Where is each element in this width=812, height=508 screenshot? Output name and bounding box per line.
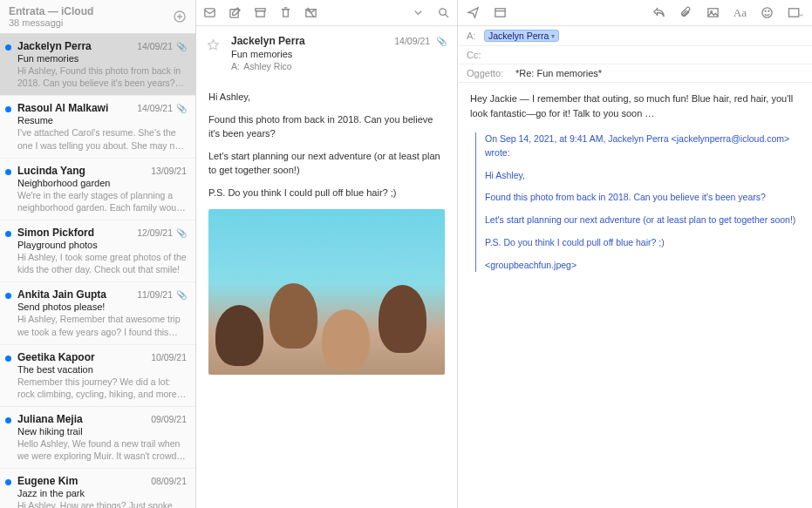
cc-field[interactable]: Cc:: [458, 46, 812, 64]
reading-toolbar: [196, 0, 457, 26]
message-list-pane: Entrata — iCloud 38 messaggi Jackelyn Pe…: [0, 0, 196, 508]
msg-preview: I've attached Carol's resume. She's the …: [17, 126, 187, 151]
mailbox-title: Entrata — iCloud: [9, 5, 93, 17]
compose-fields: A: Jackelyn Perra▾ Cc: Oggetto: *Re: Fun…: [458, 26, 812, 83]
quote-attachment: <groupbeachfun.jpeg>: [485, 259, 800, 273]
svg-rect-8: [708, 9, 718, 17]
paperclip-icon: 📎: [176, 42, 187, 51]
paperclip-icon: 📎: [176, 290, 187, 300]
compose-pane: Aa A: Jackelyn Perra▾ Cc: Oggetto: *Re: …: [458, 0, 812, 508]
compose-body[interactable]: Hey Jackie — I remember that outing, so …: [458, 83, 812, 508]
message-list[interactable]: Jackelyn Perra14/09/21📎Fun memoriesHi As…: [0, 34, 195, 508]
msg-date: 09/09/21: [151, 414, 187, 424]
emoji-icon[interactable]: [761, 6, 774, 19]
msg-sender: Rasoul Al Malkawi: [17, 102, 108, 114]
quote-line: Found this photo from back in 2018. Can …: [485, 191, 800, 205]
junk-icon[interactable]: [304, 6, 317, 19]
msg-subject: New hiking trail: [17, 426, 187, 437]
paperclip-icon: 📎: [436, 37, 447, 46]
paperclip-icon: 📎: [176, 104, 187, 113]
paperclip-icon[interactable]: [679, 6, 693, 19]
svg-point-11: [765, 10, 766, 11]
msg-sender: Jackelyn Perra: [17, 40, 92, 52]
reading-subject: Fun memories: [231, 49, 447, 59]
paperclip-icon: 📎: [176, 228, 187, 238]
message-item[interactable]: Rasoul Al Malkawi14/09/21📎ResumeI've att…: [0, 96, 195, 158]
msg-date: 10/09/21: [151, 352, 187, 362]
msg-date: 13/09/21: [151, 166, 187, 176]
reading-pane: Jackelyn Perra 14/09/21 📎 Fun memories A…: [196, 0, 458, 508]
photo-icon[interactable]: [706, 6, 720, 19]
message-item[interactable]: Jackelyn Perra14/09/21📎Fun memoriesHi As…: [0, 34, 195, 96]
reading-sender: Jackelyn Perra: [231, 35, 305, 47]
message-item[interactable]: Ankita Jain Gupta11/09/21📎Send photos pl…: [0, 282, 195, 344]
msg-sender: Juliana Mejia: [17, 413, 83, 425]
compose-text[interactable]: Hey Jackie — I remember that outing, so …: [470, 91, 800, 120]
msg-subject: The best vacation: [17, 364, 187, 375]
svg-point-10: [762, 8, 772, 17]
msg-date: 14/09/21📎: [137, 103, 187, 113]
msg-sender: Simon Pickford: [17, 227, 94, 239]
svg-rect-13: [789, 9, 799, 17]
reading-paragraph: Found this photo from back in 2018. Can …: [208, 113, 445, 141]
message-item[interactable]: Lucinda Yang13/09/21Neighborhood gardenW…: [0, 159, 195, 220]
msg-sender: Eugene Kim: [17, 475, 78, 487]
msg-preview: Hi Ashley, How are things? Just spoke wi…: [17, 499, 187, 508]
chevron-down-icon: ▾: [551, 32, 555, 40]
quote-line: Let's start planning our next adventure …: [485, 213, 800, 227]
subject-field[interactable]: Oggetto: *Re: Fun memories*: [458, 64, 812, 82]
quote-header: On Sep 14, 2021, at 9:41 AM, Jackelyn Pe…: [485, 132, 800, 160]
inbox-icon[interactable]: [203, 6, 216, 19]
to-field[interactable]: A: Jackelyn Perra▾: [458, 26, 812, 46]
svg-point-6: [440, 9, 447, 16]
svg-rect-4: [256, 11, 264, 17]
media-dropdown-icon[interactable]: [788, 6, 803, 19]
quoted-block: On Sep 14, 2021, at 9:41 AM, Jackelyn Pe…: [475, 132, 800, 272]
compose-icon[interactable]: [229, 6, 242, 19]
msg-subject: Jazz in the park: [17, 488, 187, 498]
msg-subject: Neighborhood garden: [17, 178, 187, 188]
reading-paragraph: P.S. Do you think I could pull off blue …: [208, 186, 445, 200]
message-item[interactable]: Simon Pickford12/09/21📎Playground photos…: [0, 220, 195, 282]
msg-preview: Remember this journey? We did a lot: roc…: [17, 376, 187, 400]
msg-preview: Hi Ashley, Remember that awesome trip we…: [17, 313, 187, 337]
attached-photo[interactable]: [208, 209, 445, 375]
msg-preview: We're in the early stages of planning a …: [17, 189, 187, 213]
reading-body: Hi Ashley, Found this photo from back in…: [196, 77, 457, 508]
reading-date: 14/09/21 📎: [394, 36, 447, 46]
send-icon[interactable]: [467, 6, 480, 19]
mailbox-count: 38 messaggi: [9, 17, 93, 28]
quote-line: Hi Ashley,: [485, 169, 800, 183]
msg-subject: Resume: [17, 115, 187, 125]
filter-icon[interactable]: [173, 10, 187, 24]
msg-sender: Ankita Jain Gupta: [17, 288, 106, 301]
message-item[interactable]: Geetika Kapoor10/09/21The best vacationR…: [0, 345, 195, 407]
svg-point-12: [768, 10, 769, 11]
archive-icon[interactable]: [254, 6, 267, 19]
reading-paragraph: Let's start planning our next adventure …: [208, 150, 445, 178]
header-fields-icon[interactable]: [494, 6, 507, 19]
msg-sender: Lucinda Yang: [17, 165, 85, 177]
reading-header: Jackelyn Perra 14/09/21 📎 Fun memories A…: [196, 26, 457, 77]
recipient-token[interactable]: Jackelyn Perra▾: [484, 30, 559, 42]
star-icon[interactable]: [207, 38, 220, 51]
quote-line: P.S. Do you think I could pull off blue …: [485, 236, 800, 250]
message-item[interactable]: Eugene Kim08/09/21Jazz in the parkHi Ash…: [0, 469, 195, 508]
more-icon[interactable]: [412, 6, 425, 19]
format-icon[interactable]: Aa: [734, 6, 747, 20]
trash-icon[interactable]: [279, 6, 292, 19]
sidebar-header: Entrata — iCloud 38 messaggi: [0, 0, 195, 34]
msg-preview: Hi Ashley, Found this photo from back in…: [17, 64, 187, 89]
msg-date: 11/09/21📎: [137, 289, 187, 300]
msg-preview: Hello Ashley, We found a new trail when …: [17, 437, 187, 462]
msg-sender: Geetika Kapoor: [17, 351, 95, 363]
search-icon[interactable]: [437, 6, 450, 19]
message-item[interactable]: Juliana Mejia09/09/21New hiking trailHel…: [0, 407, 195, 469]
msg-preview: Hi Ashley, I took some great photos of t…: [17, 251, 187, 275]
msg-date: 14/09/21📎: [137, 41, 187, 51]
msg-subject: Fun memories: [17, 53, 187, 64]
msg-subject: Send photos please!: [17, 301, 187, 312]
msg-subject: Playground photos: [17, 240, 187, 250]
reading-greeting: Hi Ashley,: [208, 91, 445, 105]
reply-icon[interactable]: [652, 6, 665, 19]
